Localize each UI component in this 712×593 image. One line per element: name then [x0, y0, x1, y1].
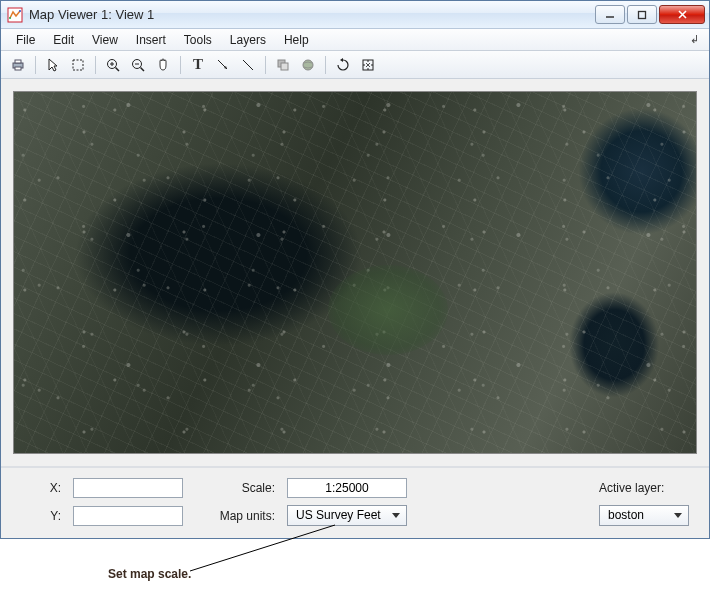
status-panel: X: Scale: Active layer: Y: Map units: US… — [1, 466, 709, 538]
pointer-icon[interactable] — [42, 54, 64, 76]
annotation-text: Set map scale. — [108, 567, 191, 581]
window-controls — [593, 5, 705, 24]
map-units-label: Map units: — [195, 509, 275, 523]
print-icon[interactable] — [7, 54, 29, 76]
zoom-in-icon[interactable] — [102, 54, 124, 76]
svg-point-2 — [19, 10, 21, 12]
toolbar: T — [1, 51, 709, 79]
svg-rect-19 — [281, 63, 288, 70]
svg-point-1 — [9, 17, 11, 19]
active-layer-label: Active layer: — [599, 481, 689, 495]
svg-line-17 — [243, 60, 253, 70]
arrow-line-icon[interactable] — [212, 54, 234, 76]
reset-view-icon[interactable] — [332, 54, 354, 76]
toolbar-separator — [265, 56, 266, 74]
svg-point-20 — [303, 60, 313, 70]
zoom-out-icon[interactable] — [127, 54, 149, 76]
x-field[interactable] — [73, 478, 183, 498]
maximize-button[interactable] — [627, 5, 657, 24]
app-icon — [7, 7, 23, 23]
menu-edit[interactable]: Edit — [44, 31, 83, 49]
menu-layers[interactable]: Layers — [221, 31, 275, 49]
toolbar-separator — [95, 56, 96, 74]
select-rect-icon[interactable] — [67, 54, 89, 76]
pan-icon[interactable] — [152, 54, 174, 76]
svg-line-10 — [116, 67, 120, 71]
svg-rect-6 — [15, 60, 21, 63]
x-label: X: — [21, 481, 61, 495]
toolbar-separator — [35, 56, 36, 74]
globe-icon[interactable] — [297, 54, 319, 76]
menu-help[interactable]: Help — [275, 31, 318, 49]
park-area — [328, 265, 448, 355]
window-title: Map Viewer 1: View 1 — [29, 7, 593, 22]
menu-overflow-icon[interactable]: ↲ — [690, 33, 703, 46]
scale-field[interactable] — [287, 478, 407, 498]
minimize-button[interactable] — [595, 5, 625, 24]
overlay-icon[interactable] — [272, 54, 294, 76]
text-icon[interactable]: T — [187, 54, 209, 76]
map-area — [1, 79, 709, 466]
toolbar-separator — [180, 56, 181, 74]
close-button[interactable] — [659, 5, 705, 24]
y-field[interactable] — [73, 506, 183, 526]
menu-bar: File Edit View Insert Tools Layers Help … — [1, 29, 709, 51]
svg-rect-7 — [15, 67, 21, 70]
svg-line-14 — [141, 67, 145, 71]
menu-tools[interactable]: Tools — [175, 31, 221, 49]
map-units-dropdown[interactable]: US Survey Feet — [287, 505, 407, 526]
app-window: Map Viewer 1: View 1 File Edit View Inse… — [0, 0, 710, 539]
toolbar-separator — [325, 56, 326, 74]
y-label: Y: — [21, 509, 61, 523]
active-layer-dropdown[interactable]: boston — [599, 505, 689, 526]
map-canvas[interactable] — [13, 91, 697, 454]
menu-file[interactable]: File — [7, 31, 44, 49]
menu-view[interactable]: View — [83, 31, 127, 49]
scale-label: Scale: — [195, 481, 275, 495]
menu-insert[interactable]: Insert — [127, 31, 175, 49]
title-bar: Map Viewer 1: View 1 — [1, 1, 709, 29]
svg-rect-8 — [73, 60, 83, 70]
fit-extent-icon[interactable] — [357, 54, 379, 76]
line-icon[interactable] — [237, 54, 259, 76]
svg-rect-4 — [639, 11, 646, 18]
